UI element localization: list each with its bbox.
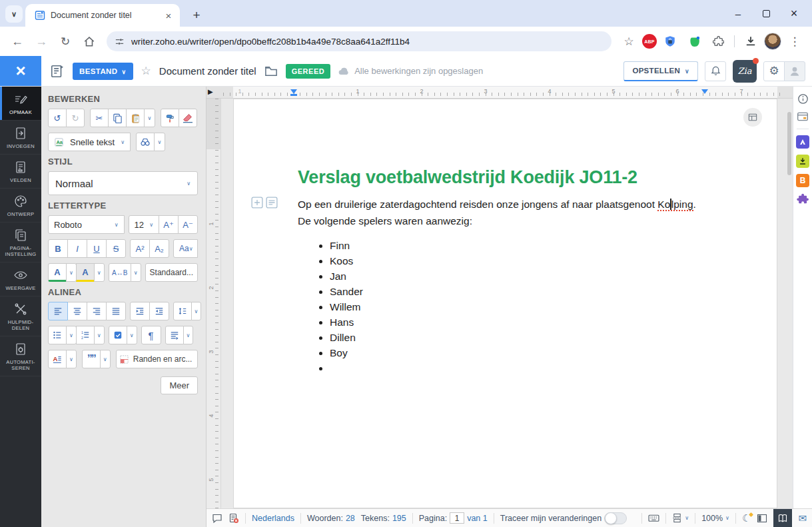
undo-button[interactable]: ↺ <box>48 109 67 127</box>
drop-cap-chevron[interactable] <box>66 350 77 368</box>
paste-button[interactable] <box>126 109 145 127</box>
window-close-icon[interactable] <box>789 9 799 18</box>
line-spacing-chevron[interactable] <box>191 302 201 320</box>
misspelled-word[interactable]: Kolping <box>657 199 693 211</box>
font-family-dropdown[interactable]: Roboto <box>48 215 125 234</box>
text-direction-chevron[interactable] <box>183 326 194 344</box>
close-document-button[interactable] <box>0 56 41 86</box>
show-formatting-marks-button[interactable]: ¶ <box>141 326 161 344</box>
window-minimize-icon[interactable] <box>733 9 743 18</box>
list-item[interactable]: Sander <box>330 284 707 299</box>
list-item[interactable]: Hans <box>330 314 707 330</box>
info-icon[interactable] <box>797 93 809 105</box>
panel-layout-icon[interactable] <box>757 513 767 524</box>
underline-button[interactable]: U <box>87 239 107 258</box>
download-extension-icon[interactable] <box>796 155 809 168</box>
bullet-list-chevron[interactable] <box>66 326 77 344</box>
increase-font-size-button[interactable]: A⁺ <box>159 215 179 234</box>
zia-assistant-button[interactable]: Zia <box>733 60 757 83</box>
add-content-icon[interactable] <box>251 197 263 209</box>
bookmark-star-icon[interactable] <box>618 31 639 52</box>
italic-button[interactable]: I <box>67 239 87 258</box>
document-page[interactable]: Verslag voetbalwedstrijd Koedijk JO11-2 … <box>233 99 777 508</box>
sidebar-item-pagina-instelling[interactable]: PAGINA-INSTELLING <box>0 223 41 263</box>
sidebar-item-weergave[interactable]: WEERGAVE <box>0 263 41 296</box>
checklist-button[interactable] <box>109 326 127 344</box>
paragraph-format-icon[interactable] <box>266 197 278 209</box>
sidebar-item-invoegen[interactable]: INVOEGEN <box>0 121 41 155</box>
document-paragraph[interactable]: Op een druilerige zaterdagochtend reisde… <box>298 196 707 229</box>
increase-indent-button[interactable] <box>130 302 150 320</box>
character-spacing-chevron[interactable] <box>131 263 141 282</box>
comments-icon[interactable] <box>212 513 222 524</box>
font-color-button[interactable]: A <box>48 263 67 282</box>
list-item[interactable]: Finn <box>330 238 707 253</box>
spellcheck-off-icon[interactable] <box>228 513 239 524</box>
password-shield-extension-icon[interactable] <box>659 31 681 52</box>
document-title[interactable]: Document zonder titel <box>159 65 256 77</box>
list-item[interactable]: Boy <box>330 345 707 360</box>
numbered-list-chevron[interactable] <box>94 326 105 344</box>
home-button[interactable] <box>79 31 100 52</box>
borders-shading-button[interactable]: Randen en arc... <box>116 350 198 368</box>
downloads-button[interactable] <box>740 31 761 52</box>
file-menu-button[interactable]: BESTAND <box>73 63 133 80</box>
favorite-star-icon[interactable] <box>141 64 151 78</box>
bold-button[interactable]: B <box>48 239 68 258</box>
settings-gear-button[interactable] <box>763 61 785 81</box>
strikethrough-button[interactable]: S <box>106 239 126 258</box>
drop-cap-button[interactable]: A <box>48 350 67 368</box>
font-color-chevron[interactable] <box>66 263 77 282</box>
sidebar-item-velden[interactable]: VELDEN <box>0 155 41 189</box>
block-quote-button[interactable]: ”” <box>82 350 101 368</box>
text-direction-button[interactable] <box>165 326 184 344</box>
align-left-button[interactable] <box>48 302 68 320</box>
browser-tab[interactable]: Document zonder titel <box>25 4 180 27</box>
paste-options-chevron[interactable] <box>144 109 155 127</box>
page-view-selector[interactable] <box>672 513 689 523</box>
page-layout-corner-button[interactable] <box>743 108 762 127</box>
document-heading[interactable]: Verslag voetbalwedstrijd Koedijk JO11-2 <box>298 167 707 189</box>
night-mode-icon[interactable] <box>742 512 751 524</box>
forward-button[interactable] <box>31 31 52 52</box>
highlight-color-button[interactable]: A <box>76 263 95 282</box>
blogger-extension-icon[interactable]: B <box>796 174 809 187</box>
format-painter-button[interactable] <box>161 109 179 127</box>
block-quote-chevron[interactable] <box>100 350 111 368</box>
quick-text-dropdown[interactable]: Aa Snelle tekst <box>48 133 131 151</box>
window-maximize-icon[interactable] <box>763 10 770 17</box>
sidebar-item-automatiseren[interactable]: AUTOMATI-SEREN <box>0 336 41 376</box>
browser-tools-icon[interactable] <box>797 111 809 123</box>
browser-profile-avatar[interactable] <box>764 33 781 50</box>
browser-menu-icon[interactable] <box>784 31 805 52</box>
left-indent-marker[interactable] <box>290 89 297 94</box>
extensions-puzzle-icon[interactable] <box>707 31 729 52</box>
document-navigator-icon[interactable] <box>50 64 65 79</box>
paragraph-style-dropdown[interactable]: Normaal <box>48 171 198 195</box>
sidebar-item-ontwerp[interactable]: ONTWERP <box>0 189 41 223</box>
character-count[interactable]: Tekens: 195 <box>361 514 406 523</box>
site-settings-icon[interactable] <box>115 37 125 47</box>
decrease-indent-button[interactable] <box>149 302 169 320</box>
line-spacing-button[interactable] <box>173 302 192 320</box>
clear-format-eraser-button[interactable] <box>179 109 197 127</box>
adblock-extension-icon[interactable]: ABP <box>642 34 657 49</box>
right-indent-marker[interactable] <box>701 89 708 94</box>
subscript-button[interactable]: A₂ <box>149 239 169 258</box>
panel-collapse-icon[interactable] <box>208 88 213 95</box>
bullet-list-button[interactable] <box>48 326 67 344</box>
list-item[interactable]: Dillen <box>330 330 707 345</box>
horizontal-ruler[interactable]: 1 1 2 3 4 5 6 7 <box>206 87 793 99</box>
notifications-bell-button[interactable] <box>705 61 726 81</box>
copy-button[interactable] <box>108 109 127 127</box>
evernote-extension-icon[interactable] <box>683 31 705 52</box>
cut-button[interactable]: ✂ <box>90 109 109 127</box>
user-avatar-button[interactable] <box>784 61 805 81</box>
justify-button[interactable] <box>106 302 126 320</box>
list-item[interactable]: Willem <box>330 299 707 314</box>
adobe-acrobat-extension-icon[interactable] <box>796 135 809 149</box>
list-item[interactable]: Jan <box>330 268 707 284</box>
vertical-scrollbar[interactable] <box>787 112 791 175</box>
feedback-envelope-icon[interactable] <box>798 512 807 524</box>
keyboard-shortcuts-icon[interactable] <box>648 512 659 524</box>
